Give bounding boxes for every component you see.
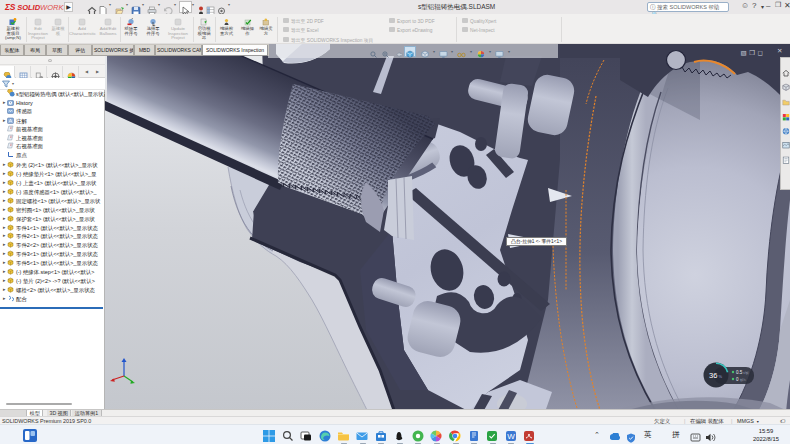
svg-text:W: W [507,432,515,441]
svg-text:%: % [719,374,723,379]
svg-text:s/帧: s/帧 [743,371,749,375]
svg-text:帧/s: 帧/s [740,378,746,382]
svg-text:36: 36 [709,371,717,380]
svg-text:0.5: 0.5 [736,370,743,375]
